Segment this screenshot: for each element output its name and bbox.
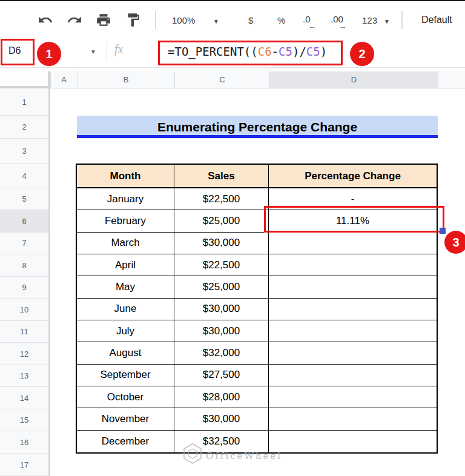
row-header-4[interactable]: 4 xyxy=(0,164,50,188)
table-cell[interactable] xyxy=(269,254,437,276)
table-cell[interactable]: $30,000 xyxy=(174,233,269,254)
table-cell[interactable] xyxy=(269,320,437,342)
row-header-3[interactable]: 3 xyxy=(0,139,50,164)
table-cell[interactable]: January xyxy=(77,188,174,210)
table-cell[interactable]: August xyxy=(77,342,174,364)
row-header-17[interactable]: 17 xyxy=(0,454,50,476)
table-header-cell[interactable]: Month xyxy=(77,165,174,188)
annotation-step-3: 3 xyxy=(444,231,465,254)
format-currency-button[interactable]: $ xyxy=(248,15,253,25)
print-icon[interactable] xyxy=(96,12,111,28)
arrow-right-icon: → xyxy=(338,22,346,31)
increase-decimal-button[interactable]: .00 → xyxy=(331,14,343,24)
table-cell[interactable]: April xyxy=(77,254,174,276)
watermark: OfficeWheel xyxy=(182,443,282,464)
row-header-15[interactable]: 15 xyxy=(0,409,50,431)
more-formats-button[interactable]: 123 xyxy=(362,15,377,25)
table-cell[interactable]: $22,500 xyxy=(174,254,269,276)
table-cell[interactable]: March xyxy=(77,233,174,254)
chevron-down-icon[interactable]: ▼ xyxy=(90,48,96,55)
table-cell[interactable]: $27,500 xyxy=(174,365,269,386)
arrow-left-icon: ← xyxy=(308,22,316,31)
column-header-b[interactable]: B xyxy=(77,71,174,88)
table-cell[interactable]: November xyxy=(77,408,174,430)
table-cell[interactable] xyxy=(269,299,437,320)
format-percent-button[interactable]: % xyxy=(277,15,285,25)
row-header-2[interactable]: 2 xyxy=(0,116,50,139)
redo-icon[interactable] xyxy=(67,12,82,28)
table-cell[interactable] xyxy=(269,386,437,408)
chevron-down-icon[interactable]: ▼ xyxy=(384,18,390,25)
column-header-d[interactable]: D xyxy=(269,71,438,88)
decrease-decimal-button[interactable]: .0 ← xyxy=(303,14,311,24)
row-header-13[interactable]: 13 xyxy=(0,365,50,387)
table-cell[interactable]: December xyxy=(77,431,174,452)
annotation-step-1: 1 xyxy=(37,42,61,66)
chevron-down-icon[interactable]: ▼ xyxy=(213,18,219,25)
row-header-16[interactable]: 16 xyxy=(0,431,50,454)
toolbar-divider xyxy=(401,11,403,29)
table-cell[interactable] xyxy=(269,342,437,364)
fx-icon: fx xyxy=(114,42,123,56)
table-cell[interactable] xyxy=(269,408,437,430)
select-all-corner[interactable] xyxy=(0,71,50,88)
toolbar: 100% ▼ $ % .0 ← .00 → 123 ▼ Default xyxy=(0,1,465,36)
column-header-a[interactable]: A xyxy=(50,71,77,88)
row-header-11[interactable]: 11 xyxy=(0,321,50,343)
row-header-7[interactable]: 7 xyxy=(0,233,50,254)
table-cell[interactable]: $25,000 xyxy=(174,276,269,298)
table-cell[interactable] xyxy=(269,233,437,254)
row-header-6[interactable]: 6 xyxy=(0,210,50,233)
table-cell[interactable] xyxy=(269,365,437,386)
row-header-12[interactable]: 12 xyxy=(0,343,50,365)
font-select[interactable]: Default xyxy=(421,15,452,25)
row-header-10[interactable]: 10 xyxy=(0,299,50,321)
table-cell[interactable]: $25,000 xyxy=(174,210,269,232)
annotation-box-formula xyxy=(158,41,343,65)
annotation-box-name-box xyxy=(1,39,35,65)
table-cell[interactable]: May xyxy=(77,276,174,298)
paint-format-icon[interactable] xyxy=(125,12,141,28)
row-header-8[interactable]: 8 xyxy=(0,254,50,277)
table-cell[interactable]: $30,000 xyxy=(174,299,269,320)
formula-bar-divider xyxy=(107,42,107,61)
table-header-cell[interactable]: Sales xyxy=(174,165,269,188)
table-cell[interactable]: $28,000 xyxy=(174,386,269,408)
fill-handle[interactable] xyxy=(440,228,446,234)
officewheel-logo-icon xyxy=(182,443,203,464)
table-cell[interactable]: October xyxy=(77,386,174,408)
table-cell[interactable] xyxy=(269,276,437,298)
row-header-14[interactable]: 14 xyxy=(0,387,50,409)
toolbar-divider xyxy=(155,11,156,29)
table-cell[interactable]: February xyxy=(77,210,174,232)
column-header[interactable] xyxy=(438,71,465,88)
sheet-title-cell[interactable]: Enumerating Percentage Change xyxy=(77,116,438,138)
zoom-select[interactable]: 100% xyxy=(172,15,195,25)
table-cell[interactable] xyxy=(269,431,437,452)
undo-icon[interactable] xyxy=(38,12,53,28)
table-cell[interactable]: $22,500 xyxy=(174,188,269,210)
table-cell[interactable]: July xyxy=(77,320,174,342)
table-cell[interactable]: $30,000 xyxy=(174,408,269,430)
row-header-9[interactable]: 9 xyxy=(0,277,50,299)
annotation-box-d6-result xyxy=(264,206,444,233)
table-header-cell[interactable]: Percentage Change xyxy=(269,165,437,188)
table-cell[interactable]: June xyxy=(77,299,174,320)
annotation-step-2: 2 xyxy=(350,42,374,66)
row-header-1[interactable]: 1 xyxy=(0,88,50,116)
table-cell[interactable]: $30,000 xyxy=(174,320,269,342)
column-header-c[interactable]: C xyxy=(174,71,269,88)
table-cell[interactable]: September xyxy=(77,365,174,386)
spreadsheet-app: 100% ▼ $ % .0 ← .00 → 123 ▼ Default D6 ▼… xyxy=(0,0,465,476)
row-header-5[interactable]: 5 xyxy=(0,188,50,210)
watermark-text: OfficeWheel xyxy=(206,451,282,461)
table-cell[interactable]: $32,000 xyxy=(174,342,269,364)
